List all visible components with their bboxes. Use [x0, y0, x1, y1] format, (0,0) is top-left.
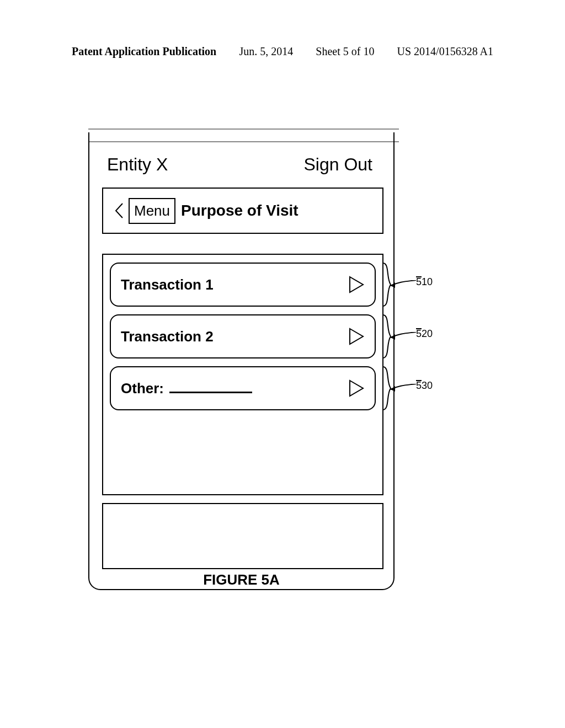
patent-page-header: Patent Application Publication Jun. 5, 2… [0, 45, 565, 58]
callout-arrow-510 [390, 280, 417, 291]
decorative-bar [88, 129, 399, 130]
transaction-row-1[interactable]: Transaction 1 [110, 263, 376, 307]
svg-marker-2 [350, 381, 363, 396]
bottom-panel [102, 503, 383, 569]
nav-bar: Menu Purpose of Visit [102, 188, 383, 234]
publication-date: Jun. 5, 2014 [239, 45, 293, 58]
publication-type: Patent Application Publication [72, 45, 216, 58]
nav-title: Purpose of Visit [181, 202, 299, 220]
row-label: Transaction 2 [121, 328, 214, 345]
transaction-row-other[interactable]: Other: [110, 366, 376, 410]
ref-num-520: 520 [416, 328, 433, 340]
entity-label: Entity X [107, 154, 168, 175]
svg-marker-0 [350, 277, 363, 292]
callout-arrow-530 [390, 384, 417, 395]
row-label: Transaction 1 [121, 276, 214, 293]
app-header: Entity X Sign Out [88, 154, 395, 175]
transaction-list-panel: Transaction 1 Transaction 2 Other: [102, 254, 383, 495]
sign-out-link[interactable]: Sign Out [303, 154, 372, 175]
svg-marker-1 [350, 329, 363, 344]
play-icon [348, 275, 365, 294]
back-chevron-icon[interactable] [114, 202, 124, 219]
ref-num-510: 510 [416, 276, 433, 288]
publication-number: US 2014/0156328 A1 [397, 45, 493, 58]
row-label: Other: [121, 380, 164, 397]
other-input-blank[interactable] [169, 382, 252, 393]
figure-caption: FIGURE 5A [88, 571, 395, 588]
callout-arrow-520 [390, 332, 417, 343]
play-icon [348, 379, 365, 398]
transaction-row-2[interactable]: Transaction 2 [110, 314, 376, 358]
ref-num-530: 530 [416, 380, 433, 392]
menu-button[interactable]: Menu [129, 198, 175, 224]
play-icon [348, 327, 365, 346]
sheet-info: Sheet 5 of 10 [316, 45, 374, 58]
